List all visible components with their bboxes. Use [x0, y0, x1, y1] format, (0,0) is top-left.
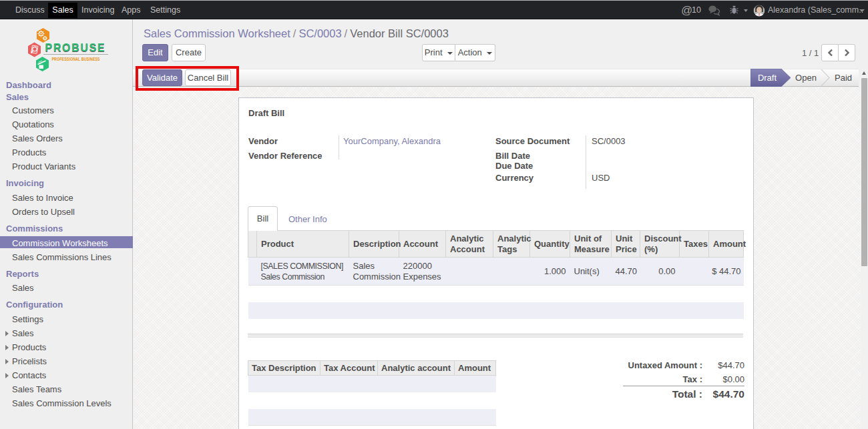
svg-text:PROFESSIONAL BUSINESS: PROFESSIONAL BUSINESS [52, 56, 100, 62]
svg-text:Open: Open [795, 73, 817, 83]
svg-text:Paid: Paid [835, 73, 852, 83]
svg-text:PROBUSE: PROBUSE [45, 41, 106, 53]
svg-text:Draft: Draft [758, 73, 777, 83]
